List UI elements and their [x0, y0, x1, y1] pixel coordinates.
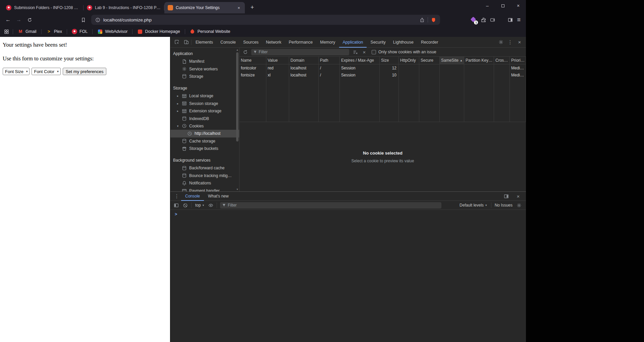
maximize-button[interactable]	[495, 0, 511, 11]
console-prompt[interactable]: >	[170, 210, 526, 218]
sidebar-item-cache-storage[interactable]: Cache storage	[170, 137, 239, 145]
site-info-icon[interactable]	[95, 17, 100, 22]
set-preferences-button[interactable]: Set my preferences	[63, 68, 107, 75]
tab-sources[interactable]: Sources	[240, 37, 262, 48]
console-sidebar-icon[interactable]	[173, 202, 179, 208]
col-size[interactable]: Size	[380, 57, 399, 64]
sidebar-item-cookies-localhost-selected[interactable]: http://localhost	[170, 130, 239, 137]
sidebar-item-bounce-tracking[interactable]: Bounce tracking mitig…	[170, 172, 239, 179]
new-tab-button[interactable]: +	[248, 3, 257, 12]
devtools-close-icon[interactable]: ×	[515, 38, 524, 46]
tab-console[interactable]: Console	[217, 37, 239, 48]
sidebar-item-back-forward-cache[interactable]: Back/forward cache	[170, 164, 239, 172]
col-path[interactable]: Path	[319, 57, 340, 64]
sidebar-item-manifest[interactable]: Manifest	[170, 58, 239, 65]
col-secure[interactable]: Secure	[419, 57, 440, 64]
col-samesite-sorted[interactable]: SameSite▲	[440, 57, 464, 64]
tab-lighthouse[interactable]: Lighthouse	[390, 37, 417, 48]
close-window-button[interactable]: ×	[511, 0, 526, 11]
console-filter-input[interactable]	[228, 203, 439, 208]
brave-shield-icon[interactable]	[431, 17, 436, 22]
scrollbar-thumb[interactable]	[236, 52, 238, 141]
clear-all-cookies-icon[interactable]	[352, 49, 358, 55]
sidebar-item-extension-storage[interactable]: ▸ Extension storage	[170, 107, 239, 115]
col-cross-site[interactable]: Cros…	[494, 57, 510, 64]
bookmark-fol[interactable]: FOL	[71, 28, 89, 35]
tab-application-active[interactable]: Application	[339, 37, 366, 48]
minimize-button[interactable]: –	[480, 0, 495, 11]
sidebar-item-session-storage[interactable]: ▸ Session storage	[170, 100, 239, 107]
expand-caret-icon[interactable]: ▸	[176, 109, 179, 113]
col-priority[interactable]: Priori…	[510, 57, 526, 64]
sidebar-item-service-workers[interactable]: Service workers	[170, 65, 239, 72]
drawer-tab-console-active[interactable]: Console	[181, 192, 204, 201]
cookie-row-fontcolor[interactable]: fontcolor red localhost / Session 12	[239, 64, 526, 71]
sidebar-item-storage[interactable]: Storage	[170, 73, 239, 80]
tab-security[interactable]: Security	[367, 37, 389, 48]
tab-recorder[interactable]: Recorder	[418, 37, 441, 48]
tab-memory[interactable]: Memory	[317, 37, 338, 48]
menu-icon[interactable]: ≡	[517, 16, 521, 23]
extensions-puzzle-icon[interactable]	[481, 17, 486, 22]
tab-close-icon[interactable]: ×	[236, 5, 241, 10]
bookmark-personal-website[interactable]: Personal Website	[189, 28, 231, 35]
delete-selected-icon[interactable]: ×	[361, 49, 367, 55]
url-bar[interactable]: localhost/customize.php	[91, 15, 440, 25]
apps-grid-icon[interactable]	[4, 29, 9, 34]
col-httponly[interactable]: HttpOnly	[399, 57, 419, 64]
expand-caret-icon[interactable]: ▸	[176, 94, 179, 98]
bookmark-docker-homepage[interactable]: Docker Homepage	[136, 28, 181, 35]
tab-performance[interactable]: Performance	[285, 37, 316, 48]
device-toolbar-icon[interactable]	[182, 38, 191, 46]
console-settings-gear-icon[interactable]	[516, 202, 522, 208]
sidebar-toggle-icon[interactable]	[508, 17, 513, 22]
drawer-more-icon[interactable]: ⋮	[172, 192, 181, 200]
forward-button[interactable]: →	[14, 15, 23, 24]
col-partition-key[interactable]: Partition Key…	[464, 57, 494, 64]
browser-tab-customize-settings-active[interactable]: Customize Your Settings ×	[164, 2, 245, 13]
bookmark-gmail[interactable]: M Gmail	[17, 28, 38, 35]
col-expires[interactable]: Expires / Max-Age	[340, 57, 380, 64]
sidebar-item-storage-buckets[interactable]: Storage buckets	[170, 145, 239, 152]
font-color-select[interactable]: Font Color ▾	[32, 68, 60, 75]
scroll-down-icon[interactable]: ▼	[235, 188, 239, 190]
expand-caret-icon[interactable]: ▸	[176, 102, 179, 105]
sidebar-item-payment-handler[interactable]: Payment handler	[170, 187, 239, 191]
dock-side-icon[interactable]	[502, 192, 511, 200]
devtools-settings-gear-icon[interactable]	[496, 38, 505, 46]
wallet-icon[interactable]	[490, 17, 495, 22]
issues-counter[interactable]: No Issues	[495, 203, 513, 208]
sidebar-item-notifications[interactable]: Notifications	[170, 179, 239, 187]
issue-checkbox[interactable]	[372, 50, 376, 54]
execution-context-select[interactable]: top ▾	[195, 203, 205, 208]
drawer-tab-whats-new[interactable]: What's new	[204, 192, 233, 201]
brave-rewards-icon[interactable]: 1	[470, 16, 477, 23]
bookmark-plex[interactable]: > Plex	[45, 28, 63, 35]
sidebar-item-indexeddb[interactable]: IndexedDB	[170, 115, 239, 122]
font-size-select[interactable]: Font Size ▾	[3, 68, 30, 75]
tab-network[interactable]: Network	[263, 37, 285, 48]
col-name[interactable]: Name	[239, 57, 266, 64]
sidebar-scrollbar[interactable]: ▲ ▼	[235, 48, 239, 191]
sidebar-item-cookies[interactable]: ▾ Cookies	[170, 122, 239, 130]
log-levels-select[interactable]: Default levels ▾	[459, 203, 488, 208]
cookie-row-fontsize[interactable]: fontsize xl localhost / Session 10	[239, 71, 526, 78]
clear-console-icon[interactable]	[182, 202, 188, 208]
col-domain[interactable]: Domain	[289, 57, 319, 64]
col-value[interactable]: Value	[266, 57, 289, 64]
cookies-filter-field[interactable]	[251, 49, 349, 55]
scroll-up-icon[interactable]: ▲	[235, 49, 239, 51]
cookies-filter-input[interactable]	[259, 50, 347, 54]
bookmark-webadvisor[interactable]: WebAdvisor	[96, 28, 128, 35]
browser-tab-lab9-instructions[interactable]: Lab 9 - Instructions - INFO-1208 PHP	[84, 2, 164, 13]
drawer-close-icon[interactable]: ×	[514, 192, 523, 200]
collapse-caret-icon[interactable]: ▾	[176, 124, 179, 128]
bookmark-ribbon-icon[interactable]	[78, 15, 88, 24]
browser-tab-submission-folders[interactable]: Submission Folders - INFO-1208 PHP	[3, 2, 83, 13]
devtools-more-icon[interactable]: ⋮	[506, 38, 515, 46]
sidebar-item-local-storage[interactable]: ▸ Local storage	[170, 92, 239, 100]
reload-button[interactable]	[25, 15, 34, 24]
back-button[interactable]: ←	[3, 15, 13, 24]
live-expression-eye-icon[interactable]	[208, 202, 214, 208]
share-icon[interactable]	[420, 17, 425, 22]
